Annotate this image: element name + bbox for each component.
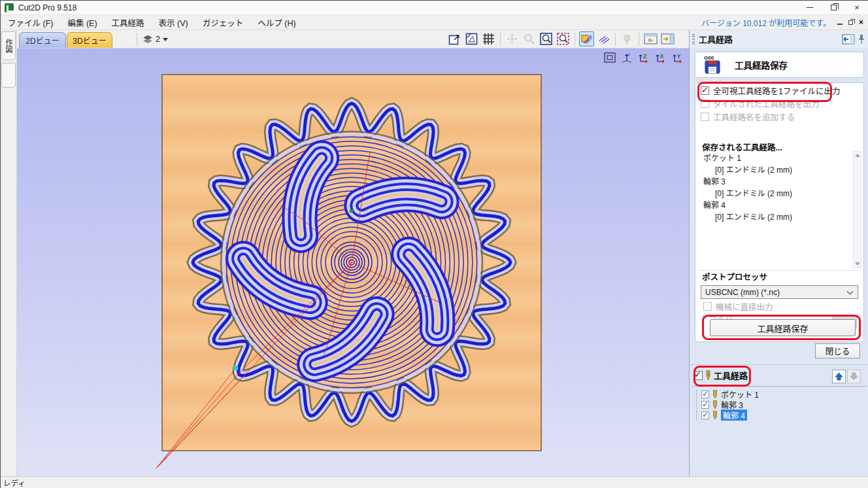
view-orientation-buttons: z Z X Y <box>603 52 685 63</box>
option-label: 全可視工具経路を1ファイルに出力 <box>713 84 840 97</box>
zoom-selected-icon[interactable] <box>556 31 571 46</box>
checkbox-checked-icon[interactable] <box>701 86 709 95</box>
doc-restore-icon[interactable] <box>848 20 853 25</box>
toolpath-tool: [0] エンドミル (2 mm) <box>698 210 852 222</box>
layer-selector[interactable]: 2 <box>142 32 168 46</box>
3d-axes-view-icon[interactable]: z <box>620 52 634 63</box>
status-text: レディ <box>3 478 25 488</box>
menu-view[interactable]: 表示 (V) <box>152 15 195 29</box>
doc-minimize-icon[interactable] <box>837 24 843 25</box>
grid-toggle-icon[interactable] <box>481 31 496 46</box>
zoom-extents-icon[interactable] <box>447 31 462 46</box>
gcode-save-icon: G00 <box>703 54 723 75</box>
list-scrollbar[interactable] <box>853 151 861 268</box>
auto-hide-panel-icon[interactable] <box>842 34 855 44</box>
divider <box>692 386 866 387</box>
x-axis-view-icon[interactable]: X <box>654 52 668 63</box>
save-toolpath-card: G00 工具経路保存 <box>695 52 864 78</box>
svg-text:Y: Y <box>677 53 681 60</box>
close-panel-button[interactable]: 閉じる <box>815 343 860 358</box>
post-processor-label: ポストプロセッサ <box>702 270 767 283</box>
menu-edit[interactable]: 編集 (E) <box>60 15 104 29</box>
checkbox-unchecked-icon[interactable] <box>703 302 712 311</box>
toggle-toolpath-drawing-icon[interactable] <box>596 31 611 46</box>
tree-item-contour-3[interactable]: 輪郭 3 <box>701 399 743 410</box>
toolpath-list-section: 工具経路 ポケット 1 輪郭 3 輪郭 <box>690 364 868 476</box>
menu-bar: ファイル (F) 編集 (E) 工具経路 表示 (V) ガジェット ヘルプ (H… <box>1 15 868 30</box>
checkbox-checked-icon[interactable] <box>701 411 709 419</box>
post-processor-value: USBCNC (mm) (*.nc) <box>705 288 780 297</box>
3d-view-canvas[interactable]: z Z X Y <box>17 48 689 476</box>
minimize-icon <box>807 7 813 8</box>
saved-toolpaths-list[interactable]: ポケット 1 [0] エンドミル (2 mm) 輪郭 3 [0] エンドミル (… <box>698 151 852 268</box>
panel-drag-grip[interactable] <box>692 34 695 44</box>
svg-text:G00: G00 <box>704 55 714 61</box>
option-output-all-visible[interactable]: 全可視工具経路を1ファイルに出力 <box>695 83 863 96</box>
pan-icon[interactable] <box>505 31 520 46</box>
y-axis-view-icon[interactable]: Y <box>671 52 685 63</box>
option-output-tiled[interactable]: タイルされた工具経路を出力 <box>695 96 863 109</box>
app-logo-icon <box>5 3 14 12</box>
toolpath-list-header: 工具経路 <box>693 369 748 381</box>
move-up-button[interactable] <box>832 370 846 383</box>
layers-icon <box>142 35 153 44</box>
minimize-button[interactable] <box>798 1 822 14</box>
toolpath-tool: [0] エンドミル (2 mm) <box>698 186 852 198</box>
drill-bit-icon <box>712 390 718 399</box>
dock-right-panel-icon[interactable] <box>660 31 675 46</box>
menu-help[interactable]: ヘルプ (H) <box>250 15 303 29</box>
z-axis-view-icon[interactable]: Z <box>637 52 651 63</box>
toolpath-3d-render <box>17 48 689 476</box>
tab-2d-view[interactable]: 2Dビュー <box>19 32 66 48</box>
preview-toolpaths-icon[interactable] <box>579 31 594 46</box>
menu-file[interactable]: ファイル (F) <box>1 15 60 29</box>
side-tab-secondary[interactable] <box>1 63 16 88</box>
checkbox-checked-icon[interactable] <box>693 371 703 380</box>
pin-icon[interactable] <box>858 34 865 44</box>
checkbox-checked-icon[interactable] <box>701 401 709 409</box>
chevron-down-icon <box>163 38 168 41</box>
checkbox-unchecked-icon[interactable] <box>701 99 709 108</box>
save-options-box: 全可視工具経路を1ファイルに出力 タイルされた工具経路を出力 工具経路名を追加す… <box>695 82 864 342</box>
restore-button[interactable] <box>822 1 845 14</box>
option-append-name[interactable]: 工具経路名を追加する <box>695 109 863 122</box>
post-processor-select[interactable]: USBCNC (mm) (*.nc) <box>701 285 858 299</box>
material-preview-icon[interactable] <box>620 31 635 46</box>
tree-item-label-selected: 輪郭 4 <box>721 410 747 421</box>
menu-toolpath[interactable]: 工具経路 <box>105 15 152 29</box>
left-tab-strip: 作図 <box>1 30 17 476</box>
toolbar-separator <box>575 33 575 46</box>
menu-gadget[interactable]: ガジェット <box>195 15 251 29</box>
restore-icon <box>831 5 837 10</box>
toolbar-row: 2Dビュー 3Dビュー 2 <box>17 30 689 48</box>
title-bar: Cut2D Pro 9.518 × <box>1 1 868 15</box>
tree-item-contour-4[interactable]: 輪郭 4 <box>701 410 747 421</box>
tree-item-label: 輪郭 3 <box>721 399 743 410</box>
version-update-link[interactable]: バージョン 10.012 が利用可能です。 <box>701 17 837 28</box>
tab-3d-view[interactable]: 3Dビュー <box>67 32 112 48</box>
svg-text:Z: Z <box>643 53 647 60</box>
toolpath-panel: 工具経路 G00 工具経路保存 全可視工具経路を1ファイルに出力 <box>689 30 868 476</box>
zoom-drawing-icon[interactable] <box>464 31 479 46</box>
drill-bit-icon <box>705 370 711 381</box>
zoom-icon[interactable] <box>522 31 537 46</box>
toolbar-separator <box>615 33 616 46</box>
zoom-box-icon[interactable] <box>539 31 554 46</box>
toolpath-tool: [0] エンドミル (2 mm) <box>698 163 852 175</box>
side-tab-drawing[interactable]: 作図 <box>1 31 16 60</box>
iso-view-icon[interactable] <box>603 52 617 63</box>
scroll-down-icon[interactable] <box>855 262 860 266</box>
dock-left-panel-icon[interactable] <box>643 31 658 46</box>
move-down-button[interactable] <box>847 370 861 383</box>
close-button[interactable]: × <box>845 1 868 14</box>
toolpath-name: 輪郭 3 <box>698 175 852 186</box>
tree-item-pocket-1[interactable]: ポケット 1 <box>701 389 759 400</box>
doc-close-icon[interactable]: × <box>859 18 863 26</box>
scroll-up-icon[interactable] <box>855 154 860 157</box>
status-bar: レディ <box>1 476 868 488</box>
checkbox-checked-icon[interactable] <box>701 391 709 398</box>
toolbar-separator <box>137 33 137 46</box>
checkbox-unchecked-icon[interactable] <box>701 113 709 121</box>
save-toolpath-button[interactable]: 工具経路保存 <box>710 319 856 336</box>
up-arrow-icon <box>835 372 843 381</box>
